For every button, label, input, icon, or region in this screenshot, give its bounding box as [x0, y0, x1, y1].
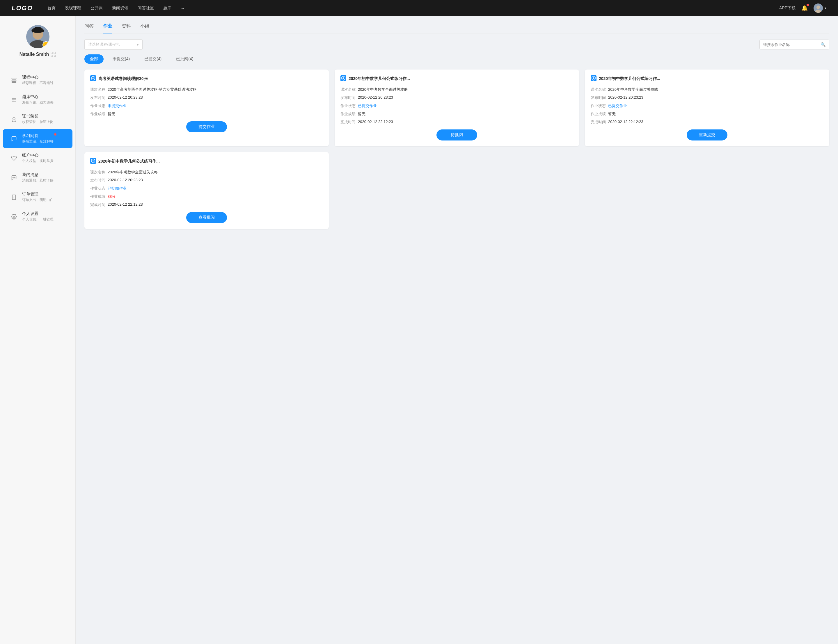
sidebar-title-account: 账户中心: [22, 153, 54, 158]
sidebar-sub-account: 个人权益、实时掌握: [22, 159, 54, 163]
card-action-btn-a3[interactable]: 重新提交: [687, 130, 728, 141]
sidebar-item-question-bank[interactable]: 题库中心海量习题、助力通关: [3, 90, 72, 109]
user-avatar-dropdown[interactable]: ▾: [813, 3, 826, 13]
card-shield-icon: [90, 158, 96, 165]
chevron-down-icon: ▾: [825, 6, 826, 10]
card-publish-label: 发布时间: [90, 178, 108, 183]
sidebar-title-orders: 订单管理: [22, 192, 54, 197]
assignment-card-a3: 2020年初中数学几何公式练习作... 课次名称 2020年中考数学全面过关攻略…: [585, 69, 829, 146]
sidebar-title-certificate: 证书荣誉: [22, 114, 54, 119]
tab-group[interactable]: 小组: [140, 23, 150, 33]
nav-item-more[interactable]: ···: [181, 6, 184, 10]
nav-item-courses[interactable]: 发现课程: [65, 5, 81, 11]
sidebar-menu: 课程中心精彩课程、不容错过题库中心海量习题、助力通关证书荣誉收获荣誉、持证上岗学…: [0, 67, 76, 230]
sidebar-sub-certificate: 收获荣誉、持证上岗: [22, 120, 54, 125]
sidebar-icon-certificate: [10, 115, 18, 123]
sidebar-title-study-qa: 学习问答: [22, 133, 54, 138]
card-status-value: 已提交作业: [358, 103, 573, 108]
card-course-row: 课次名称 2020年高考英语全面过关攻略-第六期零基础语法攻略: [90, 87, 323, 92]
logo[interactable]: LOGO: [12, 4, 33, 12]
card-course-label: 课次名称: [90, 169, 108, 175]
main-content: 问答作业资料小组 请选择课程/课程包 ▾ 🔍 全部未提交(4)已提交(4)已批阅…: [76, 16, 838, 644]
card-status-label: 作业状态: [591, 103, 608, 108]
sidebar-sub-study-qa: 课后重温、疑难解答: [22, 139, 54, 144]
card-score-label: 作业成绩: [90, 112, 108, 117]
sidebar-sub-question-bank: 海量习题、助力通关: [22, 100, 54, 105]
sidebar-title-question-bank: 题库中心: [22, 94, 54, 100]
status-tab-submitted[interactable]: 已提交(4): [139, 54, 167, 64]
nav-item-open[interactable]: 公开课: [90, 5, 103, 11]
tab-homework[interactable]: 作业: [103, 23, 112, 33]
nav-item-news[interactable]: 新闻资讯: [112, 5, 128, 11]
card-score-row: 作业成绩 暂无: [340, 112, 573, 117]
nav-item-qa[interactable]: 问答社区: [138, 5, 154, 11]
assignment-card-a1: 高考英语试卷阅读理解30张 课次名称 2020年高考英语全面过关攻略-第六期零基…: [84, 69, 329, 146]
tab-material[interactable]: 资料: [122, 23, 131, 33]
sidebar-sub-orders: 订单支出、明明白白: [22, 197, 54, 202]
svg-rect-8: [35, 27, 41, 31]
card-complete-row: 完成时间 2020-02-12 22:12:23: [591, 120, 823, 125]
card-action-btn-a2[interactable]: 待批阅: [437, 130, 477, 141]
card-publish-value: 2020-02-12 20:23:23: [108, 95, 323, 100]
card-publish-label: 发布时间: [340, 95, 358, 100]
status-tab-unsubmitted[interactable]: 未提交(4): [107, 54, 135, 64]
card-shield-icon: [90, 76, 96, 82]
avatar-level-badge: 👑: [43, 41, 49, 48]
card-course-label: 课次名称: [591, 87, 608, 92]
card-publish-value: 2020-02-12 20:23:23: [608, 95, 823, 100]
card-publish-label: 发布时间: [591, 95, 608, 100]
svg-rect-12: [51, 53, 52, 53]
main-nav: 首页发现课程公开课新闻资讯问答社区题库···: [48, 5, 779, 11]
status-tab-reviewed[interactable]: 已批阅(4): [171, 54, 199, 64]
tab-qa[interactable]: 问答: [84, 23, 94, 33]
qr-code-icon[interactable]: [51, 52, 56, 57]
nav-item-home[interactable]: 首页: [48, 5, 56, 11]
card-shield-icon: [591, 76, 596, 82]
card-header: 高考英语试卷阅读理解30张: [90, 76, 323, 82]
card-course-label: 课次名称: [340, 87, 358, 92]
card-status-value: 已批阅作业: [108, 186, 323, 191]
sidebar-item-messages[interactable]: 我的消息消息通知、及时了解: [3, 168, 72, 187]
svg-point-28: [13, 177, 13, 178]
sidebar-item-certificate[interactable]: 证书荣誉收获荣誉、持证上岗: [3, 110, 72, 128]
card-header: 2020年初中数学几何公式练习作...: [340, 76, 573, 82]
header-avatar: [813, 3, 823, 13]
card-action-btn-a1[interactable]: 提交作业: [186, 121, 227, 132]
sidebar-item-courses-center[interactable]: 课程中心精彩课程、不容错过: [3, 71, 72, 90]
card-complete-row: 完成时间 2020-02-12 22:12:23: [340, 120, 573, 125]
svg-point-30: [15, 177, 15, 178]
sidebar-item-settings[interactable]: 个人设置个人信息、一键管理: [3, 207, 72, 226]
card-status-label: 作业状态: [90, 103, 108, 108]
profile-section: 👑 Natalie Smith: [0, 25, 76, 67]
card-shield-icon: [340, 76, 346, 82]
card-score-value: 暂无: [108, 112, 323, 117]
sidebar-item-study-qa[interactable]: 学习问答课后重温、疑难解答: [3, 129, 72, 148]
card-course-value: 2020年中考数学全面过关攻略: [608, 87, 823, 92]
card-complete-label: 完成时间: [340, 120, 358, 125]
svg-point-1: [817, 5, 820, 9]
course-filter-select[interactable]: 请选择课程/课程包 ▾: [84, 39, 143, 50]
app-download[interactable]: APP下载: [779, 5, 795, 11]
card-publish-row: 发布时间 2020-02-12 20:23:23: [90, 178, 323, 183]
notification-bell[interactable]: 🔔: [801, 5, 808, 12]
card-title: 2020年初中数学几何公式练习作...: [599, 76, 660, 81]
card-action-btn-a4[interactable]: 查看批阅: [186, 212, 227, 223]
search-icon: 🔍: [820, 42, 825, 47]
notification-dot: [54, 133, 56, 136]
nav-item-bank[interactable]: 题库: [163, 5, 171, 11]
sidebar-item-account[interactable]: 账户中心个人权益、实时掌握: [3, 149, 72, 168]
status-tab-all[interactable]: 全部: [84, 54, 104, 64]
card-course-row: 课次名称 2020年中考数学全面过关攻略: [340, 87, 573, 92]
search-input[interactable]: [763, 43, 818, 47]
sidebar-item-orders[interactable]: 订单管理订单支出、明明白白: [3, 187, 72, 207]
svg-rect-21: [12, 80, 16, 80]
card-title: 高考英语试卷阅读理解30张: [99, 76, 148, 81]
sidebar-icon-account: [10, 154, 18, 162]
sidebar-icon-study-qa: [10, 135, 18, 143]
svg-rect-14: [51, 56, 52, 56]
card-score-value: 88分: [108, 194, 323, 199]
card-status-row: 作业状态 已提交作业: [340, 103, 573, 108]
card-complete-row: 完成时间 2020-02-12 22:12:23: [90, 202, 323, 207]
status-tabs: 全部未提交(4)已提交(4)已批阅(4): [84, 54, 829, 64]
sidebar-sub-courses-center: 精彩课程、不容错过: [22, 80, 54, 85]
